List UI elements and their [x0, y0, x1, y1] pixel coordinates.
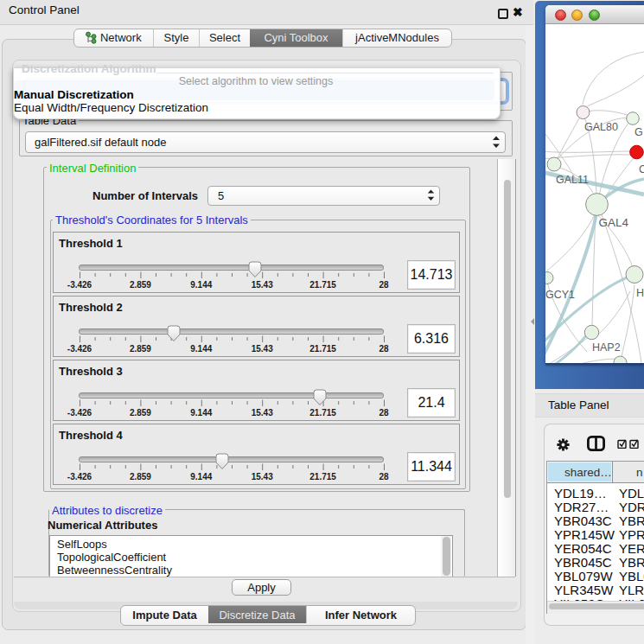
svg-text:GAL4: GAL4 [599, 216, 629, 229]
svg-text:H: H [636, 287, 644, 299]
svg-text:C: C [639, 163, 644, 175]
svg-text:GAL80: GAL80 [584, 121, 618, 133]
svg-text:HAP2: HAP2 [592, 341, 621, 354]
svg-text:G: G [634, 126, 643, 138]
svg-text:GAL11: GAL11 [556, 174, 589, 186]
svg-text:GCY1: GCY1 [545, 289, 575, 301]
